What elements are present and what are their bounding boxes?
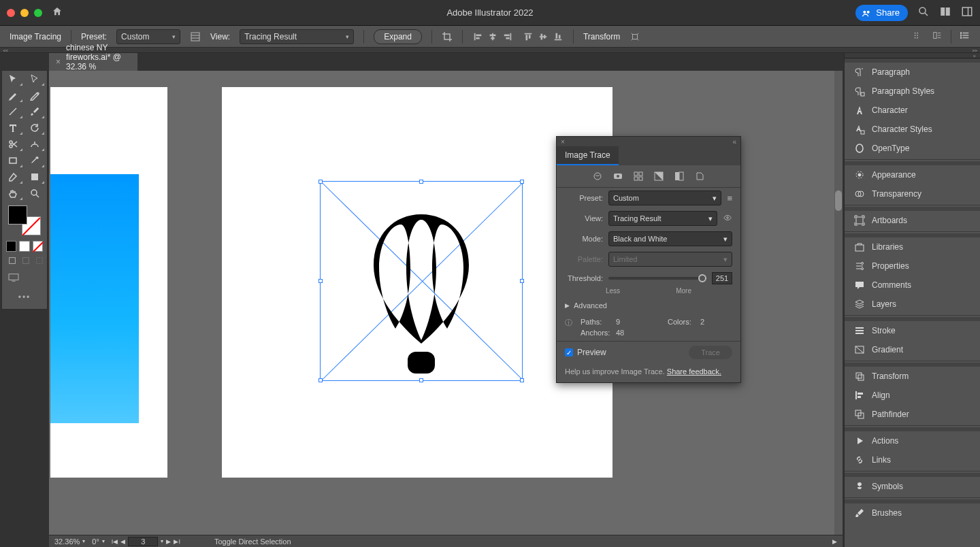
panel-stroke[interactable]: Stroke [845,321,980,340]
screen-mode-icon[interactable] [7,273,20,284]
close-tab-icon[interactable]: × [56,57,61,67]
fill-swatch[interactable] [8,205,27,225]
threshold-value[interactable]: 251 [712,272,732,284]
eyedropper-tool[interactable] [24,152,46,169]
document-tab[interactable]: × chinese NY fireworks.ai* @ 32.36 % (RG… [49,53,137,71]
collapse-dock-icon[interactable]: » [973,53,976,59]
curvature-tool[interactable] [24,87,46,103]
panel-libraries[interactable]: Libraries [845,237,980,256]
wand-tool[interactable] [24,136,46,152]
outline-icon[interactable] [694,171,705,182]
fill-stroke-indicator[interactable] [7,204,42,237]
minimize-window-button[interactable] [20,9,29,17]
align-top-icon[interactable] [523,31,534,42]
draw-normal-icon[interactable] [7,256,17,267]
draw-inside-icon[interactable] [35,256,44,267]
low-color-icon[interactable] [633,171,644,182]
panel-properties[interactable]: Properties [845,256,980,276]
panel-gradient[interactable]: Gradient [845,340,980,359]
arrange-documents-icon[interactable] [939,5,951,20]
preset-dropdown[interactable]: Custom▾ [116,29,180,44]
hand-tool[interactable] [2,185,24,201]
maximize-window-button[interactable] [34,9,42,17]
search-icon[interactable] [917,5,930,20]
rotate-tool[interactable] [24,120,46,136]
close-window-button[interactable] [7,9,15,17]
panel-character[interactable]: Character [845,101,980,120]
gradient-tool[interactable] [24,169,46,185]
pen-tool[interactable] [2,87,24,103]
first-artboard-icon[interactable]: I◀ [112,538,118,545]
it-preset-dropdown[interactable]: Custom▾ [608,190,721,205]
color-mode-gradient[interactable] [19,241,29,252]
artboard-number[interactable]: 3 [128,537,158,546]
panel-brushes[interactable]: Brushes [845,503,980,523]
panel-pathfinder[interactable]: Pathfinder [845,405,980,424]
panel-symbols[interactable]: Symbols [845,477,980,496]
panel-paragraph[interactable]: Paragraph [845,63,980,82]
trace-panel-icon[interactable] [190,31,201,42]
collapse-left-icon[interactable]: « [3,48,9,52]
edit-toolbar-button[interactable]: ••• [2,287,47,302]
info-icon[interactable]: ⓘ [565,318,572,328]
draw-behind-icon[interactable] [21,256,31,267]
panel-layers[interactable]: Layers [845,295,980,314]
panel-align[interactable]: Align [845,386,980,405]
next-artboard-icon[interactable]: ▶ [166,538,171,545]
align-center-v-icon[interactable] [538,31,549,42]
grayscale-icon[interactable] [653,171,664,182]
type-tool[interactable] [2,120,24,136]
scissors-tool[interactable] [2,136,24,152]
panel-character-styles[interactable]: Character Styles [845,120,980,139]
align-left-icon[interactable] [472,31,483,42]
collapse-panel-icon[interactable]: « [732,138,736,146]
panel-transparency[interactable]: Transparency [845,184,980,203]
panel-comments[interactable]: Comments [845,276,980,295]
threshold-slider[interactable] [608,277,706,280]
essentials-icon[interactable] [913,30,924,41]
share-button[interactable]: Share [855,5,908,21]
eraser-tool[interactable] [2,169,24,185]
paintbrush-tool[interactable] [24,103,46,120]
transform-label[interactable]: Transform [583,32,620,42]
panel-appearance[interactable]: Appearance [845,165,980,184]
eye-icon[interactable] [723,213,732,225]
zoom-tool[interactable] [24,185,46,201]
feedback-link[interactable]: Share feedback. [667,367,721,376]
rectangle-tool[interactable] [2,152,24,169]
color-mode-solid[interactable] [6,241,16,252]
image-trace-tab[interactable]: Image Trace [557,146,619,165]
direct-selection-tool[interactable] [24,71,46,87]
zoom-dropdown[interactable]: 32.36%▾ [54,537,85,546]
last-artboard-icon[interactable]: ▶I [174,538,180,545]
arrange-icon[interactable] [932,30,943,41]
selection-tool[interactable] [2,71,24,87]
high-color-icon[interactable] [612,171,623,182]
auto-color-icon[interactable] [592,171,603,182]
advanced-toggle[interactable]: ▶Advanced [557,297,740,314]
list-icon[interactable] [960,30,970,41]
line-tool[interactable] [2,103,24,120]
align-right-icon[interactable] [502,31,513,42]
isolate-icon[interactable] [630,31,640,42]
selection-bounding-box[interactable] [320,181,523,381]
expand-button[interactable]: Expand [374,29,422,44]
collapse-right-icon[interactable]: » [971,48,977,52]
align-center-h-icon[interactable] [487,31,498,42]
panel-paragraph-styles[interactable]: Paragraph Styles [845,82,980,101]
rotation-dropdown[interactable]: 0°▾ [92,537,105,546]
panel-actions[interactable]: Actions [845,431,980,450]
home-icon[interactable] [52,6,63,19]
black-white-icon[interactable] [674,171,685,182]
panel-transform[interactable]: Transform [845,367,980,386]
panel-artboards[interactable]: Artboards [845,211,980,230]
vertical-scrollbar[interactable] [834,71,843,535]
panel-links[interactable]: Links [845,450,980,469]
it-mode-dropdown[interactable]: Black and White▾ [608,231,732,246]
status-menu-icon[interactable]: ▶ [832,538,837,545]
panel-opentype[interactable]: OpenType [845,139,980,158]
workspace-icon[interactable] [961,5,973,20]
it-view-dropdown[interactable]: Tracing Result▾ [608,211,717,226]
color-mode-none[interactable] [33,241,43,252]
crop-icon[interactable] [442,31,453,42]
